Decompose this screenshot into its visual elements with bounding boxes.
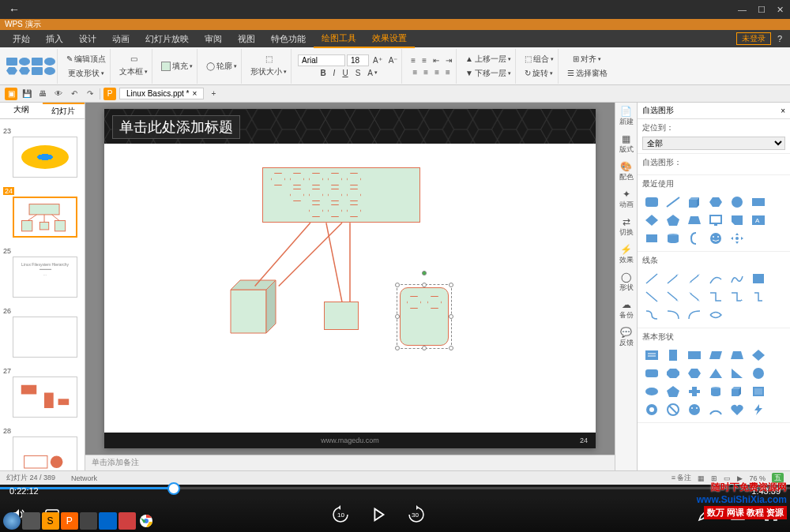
font-size-select[interactable] [347, 54, 369, 66]
shape-folded[interactable] [728, 212, 747, 228]
line-double-arrow[interactable] [685, 271, 704, 287]
document-tab[interactable]: Linux Basics.ppt * × [119, 88, 204, 99]
taskbar-app-chrome[interactable] [137, 512, 155, 530]
notes-toggle[interactable]: ≡ 备注 [672, 473, 692, 483]
strike-button[interactable]: S [353, 68, 363, 78]
align-left-button[interactable]: ≡ [411, 67, 420, 77]
shape-gallery[interactable] [6, 58, 55, 75]
basic-textbox[interactable] [642, 347, 661, 363]
new-tab-button[interactable]: + [207, 88, 220, 100]
line-straight[interactable] [642, 271, 661, 287]
close-button[interactable]: ✕ [777, 5, 784, 15]
basic-bevel[interactable] [749, 384, 768, 399]
fill-button[interactable]: 填充▾ [159, 60, 195, 73]
document-tab-close-icon[interactable]: × [193, 89, 198, 98]
shape-circle[interactable] [728, 194, 747, 210]
taskbar-app-1[interactable] [22, 512, 40, 530]
shapes-panel-close-icon[interactable]: × [781, 107, 785, 115]
top-block[interactable] [262, 167, 420, 223]
selection-pane-button[interactable]: ☰选择窗格 [565, 67, 610, 80]
locate-select[interactable]: 全部 [642, 137, 785, 150]
start-button-icon[interactable] [3, 512, 21, 530]
zoom-level[interactable]: 76 % [749, 474, 766, 482]
sidebar-new[interactable]: 📄新建 [619, 106, 634, 127]
basic-hexagon[interactable] [685, 365, 704, 381]
basic-diamond[interactable] [749, 347, 768, 363]
slide-thumb-24[interactable]: 24 [3, 182, 81, 238]
ribbon-help-icon[interactable]: ? [774, 34, 785, 43]
qat-print-icon[interactable]: 🖶 [36, 88, 49, 100]
cube-shape[interactable] [223, 278, 286, 341]
textbox-button[interactable]: ▭ [128, 54, 140, 64]
shape-monitor[interactable] [706, 212, 725, 228]
shape-move-arrows[interactable] [728, 230, 747, 246]
tab-animation[interactable]: 动画 [104, 30, 137, 47]
taskbar-app-4[interactable] [99, 512, 116, 530]
tab-design[interactable]: 设计 [71, 30, 104, 47]
slide-thumb-25[interactable]: 25Linux Filesystem Hierarchy━━━━━... [3, 242, 81, 298]
change-shape-button[interactable]: 更改形状▾ [66, 67, 107, 80]
basic-donut[interactable] [642, 402, 661, 418]
underline-button[interactable]: U [340, 68, 350, 78]
shape-diamond[interactable] [642, 212, 661, 228]
slide-body[interactable] [104, 144, 596, 433]
basic-trapezoid[interactable] [728, 347, 747, 363]
basic-smiley[interactable] [685, 402, 704, 418]
rotate-button[interactable]: ↻旋转▾ [522, 67, 555, 80]
basic-ellipse[interactable] [642, 384, 661, 399]
slide-thumb-27[interactable]: 27 [3, 362, 81, 418]
connector-elbow[interactable] [706, 289, 725, 305]
windows-taskbar[interactable]: S P [0, 510, 158, 532]
indent-decrease-button[interactable]: ⇤ [431, 55, 442, 66]
shape-cylinder[interactable] [664, 230, 683, 246]
slide-thumbnail-list[interactable]: 23 24 25Linux Filesystem Hierarchy━━━━━.… [0, 119, 85, 470]
align-justify-button[interactable]: ≡ [443, 67, 453, 77]
bullets-button[interactable]: ≡ [408, 55, 418, 66]
view-normal-icon[interactable]: ▦ [698, 474, 705, 482]
shape-rect2[interactable] [642, 230, 661, 246]
connector-curved-3[interactable] [685, 307, 704, 323]
view-sorter-icon[interactable]: ⊞ [711, 474, 717, 482]
connector-1[interactable] [642, 289, 661, 305]
login-button[interactable]: 未登录 [736, 32, 771, 45]
connector-curved-1[interactable] [642, 307, 661, 323]
qat-redo-icon[interactable]: ↷ [84, 88, 96, 100]
connector-curved-4[interactable] [706, 307, 725, 323]
tab-insert[interactable]: 插入 [38, 30, 71, 47]
connector-elbow-arrow[interactable] [728, 289, 747, 305]
play-button[interactable] [369, 505, 388, 524]
connector-2[interactable] [664, 289, 683, 305]
basic-parallelogram[interactable] [706, 347, 725, 363]
line-scribble[interactable] [749, 271, 768, 287]
shape-line[interactable] [664, 194, 683, 210]
slide-thumb-26[interactable]: 26 [3, 302, 81, 358]
shape-smiley[interactable] [706, 230, 725, 246]
outline-button[interactable]: ◯轮廓▾ [204, 60, 239, 73]
basic-cube[interactable] [728, 384, 747, 399]
qat-home-icon[interactable]: ▣ [5, 88, 17, 100]
sidebar-transition[interactable]: ⇄切换 [619, 216, 634, 238]
minimize-button[interactable]: — [738, 5, 747, 15]
qat-save-icon[interactable]: 💾 [21, 88, 33, 100]
video-progress-bar[interactable] [0, 487, 790, 489]
italic-button[interactable]: I [331, 68, 338, 78]
connector-3[interactable] [685, 289, 704, 305]
sidebar-backup[interactable]: ☁备份 [619, 299, 634, 320]
slide-thumb-23[interactable]: 23 [3, 122, 81, 178]
basic-no[interactable] [664, 402, 683, 418]
shape-pentagon[interactable] [664, 212, 683, 228]
line-arrow[interactable] [664, 271, 683, 287]
tab-review[interactable]: 审阅 [197, 30, 230, 47]
shape-hexagon[interactable] [706, 194, 725, 210]
taskbar-app-3[interactable] [80, 512, 97, 530]
sidebar-layout[interactable]: ▦版式 [619, 133, 634, 155]
edit-points-button[interactable]: ✎编辑顶点 [64, 53, 108, 66]
taskbar-app-5[interactable] [118, 512, 136, 530]
taskbar-app-wps[interactable]: P [61, 512, 78, 530]
basic-textbox-v[interactable] [664, 347, 683, 363]
connector-elbow-double[interactable] [749, 289, 768, 305]
back-button[interactable]: ← [6, 3, 22, 16]
textbox-label[interactable]: 文本框▾ [117, 66, 150, 78]
align-right-button[interactable]: ≡ [432, 67, 442, 77]
basic-triangle[interactable] [706, 365, 725, 381]
